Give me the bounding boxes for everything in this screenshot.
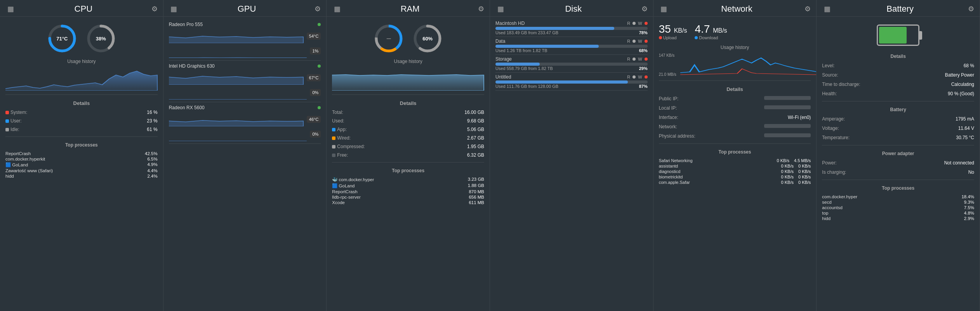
- ram-top-processes-label: Top processes: [332, 168, 484, 173]
- gpu-header: ▦ GPU ⚙: [163, 0, 327, 17]
- net-public-ip-bar: [764, 96, 811, 100]
- ram-history-label: Usage history: [332, 59, 484, 64]
- net-network-bar: [764, 124, 811, 128]
- upload-dot: [659, 36, 662, 39]
- ram-color-label: —: [387, 36, 391, 41]
- cpu-title: CPU: [16, 4, 151, 14]
- disk-bar-bg: [495, 63, 648, 66]
- active-dot: [318, 65, 321, 68]
- list-item: 🐳 com.docker.hyper3.23 GB: [332, 176, 484, 183]
- disk-body: Macintosh HD R W Used 183.49 GB from 233…: [490, 17, 653, 311]
- gpu-sparkline: [169, 71, 304, 85]
- ram-color-gauge: —: [373, 23, 404, 54]
- net-divider-1: [659, 80, 811, 81]
- net-divider-2: [659, 143, 811, 144]
- cpu-usage-gauge: 38%: [85, 23, 116, 54]
- app-dot: [332, 128, 335, 131]
- cpu-system-row: System: 16 %: [5, 109, 158, 115]
- batt-health-row: Health: 90 % (Good): [822, 90, 974, 97]
- batt-power-row: Power: Not connected: [822, 159, 974, 166]
- list-item: 🟦 GoLand1.88 GB: [332, 183, 484, 189]
- batt-temp-value: 30.75 °C: [956, 135, 974, 140]
- batt-voltage-value: 11.64 V: [958, 126, 974, 131]
- battery-shape: [877, 24, 919, 46]
- disk-gear-icon[interactable]: ⚙: [641, 5, 648, 13]
- list-item: biometrickitd 0 KB/s 0 KB/s: [659, 174, 811, 180]
- network-panel: ▦ Network ⚙ 35 KB/s Upload 4.7 MB/s Down…: [653, 0, 817, 311]
- batt-temp-row: Temperature: 30.75 °C: [822, 134, 974, 141]
- cpu-idle-label: Idle:: [5, 127, 19, 132]
- battery-details-section: Details: [822, 54, 974, 59]
- gpu-gear-icon[interactable]: ⚙: [315, 5, 321, 13]
- batt-amperage-row: Amperage: 1795 mA: [822, 115, 974, 122]
- net-physical-bar: [764, 133, 811, 137]
- gpu-cards-container: Radeon Pro 555 54°C: [169, 21, 321, 145]
- net-local-ip-label: Local IP:: [659, 105, 677, 111]
- net-top-processes-label: Top processes: [659, 149, 811, 155]
- net-interface-row: Interface: Wi-Fi (en0): [659, 114, 811, 121]
- disk-volume: Macintosh HD R W Used 183.49 GB from 233…: [495, 21, 648, 35]
- batt-amperage-label: Amperage:: [822, 116, 845, 122]
- ram-compressed-label: Compressed:: [332, 144, 365, 149]
- ram-chart-icon: ▦: [332, 4, 342, 14]
- network-stats-row: 35 KB/s Upload 4.7 MB/s Download: [659, 21, 811, 42]
- net-local-ip-bar: [764, 105, 811, 109]
- disk-volumes-list: Macintosh HD R W Used 183.49 GB from 233…: [495, 21, 648, 92]
- ram-gauge-row: — 60%: [332, 21, 484, 56]
- read-dot: [632, 40, 636, 43]
- ram-title: RAM: [342, 4, 478, 14]
- free-dot: [332, 154, 335, 157]
- cpu-header: ▦ CPU ⚙: [0, 0, 163, 17]
- write-dot: [645, 40, 648, 43]
- network-gear-icon[interactable]: ⚙: [805, 5, 811, 13]
- net-local-ip-row: Local IP:: [659, 105, 811, 112]
- disk-volume: Untitled R W Used 111.76 GB from 128.00 …: [495, 74, 648, 89]
- cpu-divider-1: [5, 94, 158, 95]
- ram-gear-icon[interactable]: ⚙: [478, 5, 484, 13]
- disk-bar-fill: [495, 27, 614, 30]
- ram-body: — 60% Usage history: [327, 17, 490, 311]
- disk-bar-fill: [495, 63, 540, 66]
- gpu-chart-icon: ▦: [169, 4, 179, 14]
- network-body: 35 KB/s Upload 4.7 MB/s Download Usage h…: [653, 17, 817, 311]
- battery-gear-icon[interactable]: ⚙: [968, 5, 974, 13]
- ram-details-header: Details: [332, 100, 484, 106]
- system-dot: [5, 111, 9, 114]
- batt-divider-1: [822, 101, 974, 101]
- read-dot: [632, 75, 636, 79]
- batt-level-row: Level: 68 %: [822, 62, 974, 69]
- user-dot: [5, 119, 9, 123]
- net-y-min: 21.0 MB/s: [659, 72, 676, 77]
- batt-health-label: Health:: [822, 91, 837, 96]
- cpu-gear-icon[interactable]: ⚙: [151, 5, 158, 13]
- ram-free-row: Free: 6.32 GB: [332, 152, 484, 158]
- ram-header: ▦ RAM ⚙: [327, 0, 490, 17]
- ram-app-label: App:: [332, 127, 347, 132]
- active-dot: [318, 23, 321, 26]
- battery-body: Details Level: 68 % Source: Battery Powe…: [817, 17, 980, 311]
- ram-total-value: 16.00 GB: [464, 110, 484, 115]
- list-item: diagnosticd 0 KB/s 0 KB/s: [659, 169, 811, 174]
- batt-health-value: 90 % (Good): [948, 91, 974, 96]
- network-history-label: Usage history: [659, 45, 811, 50]
- net-interface-value: Wi-Fi (en0): [788, 115, 811, 120]
- batt-charging-row: Is charging: No: [822, 169, 974, 176]
- list-item: top4.8%: [822, 210, 974, 216]
- gpu-sparkline: [169, 44, 307, 58]
- list-item: com.apple.Safar 0 KB/s 0 KB/s: [659, 180, 811, 185]
- gpu-card: Radeon Pro 555 54°C: [169, 21, 321, 62]
- list-item: Xcode611 MB: [332, 200, 484, 205]
- net-network-label: Network:: [659, 124, 677, 129]
- batt-source-row: Source: Battery Power: [822, 72, 974, 79]
- disk-panel: ▦ Disk ⚙ Macintosh HD R W Used 183.49 GB…: [490, 0, 653, 311]
- cpu-user-label: User:: [5, 118, 22, 124]
- cpu-temp-label: 71°C: [56, 36, 68, 42]
- list-item: accountsd7.5%: [822, 205, 974, 210]
- ram-wired-row: Wired: 2.67 GB: [332, 135, 484, 141]
- disk-bar-fill: [495, 45, 599, 48]
- ram-free-label: Free:: [332, 152, 348, 158]
- disk-title: Disk: [506, 4, 641, 14]
- net-public-ip-label: Public IP:: [659, 96, 679, 101]
- list-item: lldb-rpc-server656 MB: [332, 194, 484, 200]
- cpu-chart-icon: ▦: [5, 4, 16, 14]
